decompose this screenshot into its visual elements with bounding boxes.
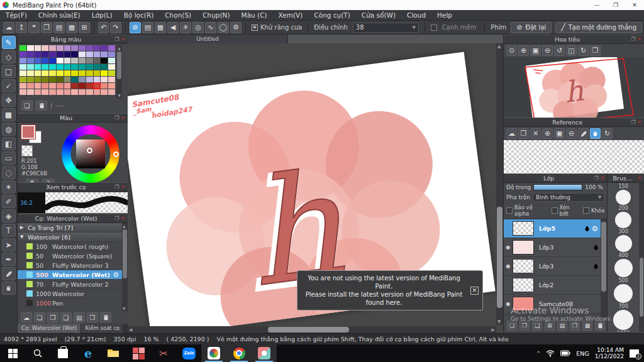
color-swatch[interactable]	[108, 58, 115, 63]
color-swatch[interactable]	[108, 64, 115, 70]
color-swatch[interactable]	[42, 58, 48, 63]
store-app-icon[interactable]	[50, 344, 75, 362]
color-swatch[interactable]	[79, 89, 86, 95]
close-panel-icon[interactable]: ✕	[121, 115, 125, 121]
brush-group[interactable]: ▶Cọ Trang Trí [7]	[18, 223, 128, 233]
color-swatch[interactable]	[49, 70, 56, 76]
canvas-tab[interactable]: Untitled	[128, 35, 288, 43]
color-swatch[interactable]	[19, 77, 26, 82]
color-swatch[interactable]	[101, 58, 108, 63]
menu-item-11[interactable]: Cloud	[401, 10, 431, 21]
color-swatch[interactable]	[79, 64, 86, 70]
color-swatch[interactable]	[35, 83, 42, 89]
rotate-right-icon[interactable]: ↻	[578, 45, 589, 56]
make-line-button[interactable]: ╱ Tạo một đường thẳng	[555, 22, 642, 33]
comment-icon[interactable]: ❝	[28, 22, 40, 33]
layer-settings-icon[interactable]: ⚙	[592, 224, 599, 233]
layer-visibility-icon[interactable]: ●	[504, 263, 513, 269]
color-swatch[interactable]	[19, 89, 26, 95]
canvas-hscrollbar[interactable]: ◀ ▶	[128, 326, 496, 333]
close-panel-icon[interactable]: ✕	[637, 36, 641, 42]
layers-scrollbar[interactable]	[601, 219, 607, 319]
color-swatch[interactable]	[42, 77, 48, 82]
layer-row[interactable]: ●Lớp3	[504, 238, 607, 257]
layer-visibility-icon[interactable]: ●	[504, 244, 513, 250]
fill-shape-tool[interactable]: ■	[2, 108, 16, 121]
color-swatch[interactable]	[101, 70, 108, 76]
color-swatch[interactable]	[19, 52, 26, 57]
brush-folder-button[interactable]: ▤	[74, 312, 85, 322]
menu-item-6[interactable]: Chụp(N)	[197, 10, 235, 21]
reference-canvas[interactable]	[504, 140, 644, 173]
move-tool[interactable]: ✥	[2, 94, 16, 107]
alpha-lock-checkbox[interactable]: ✕Bảo vệ alpha	[506, 204, 548, 217]
color-swatch[interactable]	[71, 58, 78, 63]
publish-icon[interactable]: ↥	[16, 22, 27, 33]
brush-item[interactable]: 50Watercolor (Square)	[18, 251, 128, 261]
ref-folder-open-icon[interactable]: ❒	[518, 128, 529, 139]
ref-cloud-open-icon[interactable]: ☁	[506, 128, 517, 139]
language-indicator[interactable]: ENG	[576, 350, 589, 357]
reset-view-icon[interactable]: ◫	[566, 45, 577, 56]
color-swatch[interactable]	[49, 58, 56, 63]
brush-size-circle[interactable]	[615, 212, 631, 228]
layer-row[interactable]: ●Samcute08	[504, 295, 607, 314]
rotate-left-icon[interactable]: ↺	[554, 45, 565, 56]
popout-icon[interactable]: ❐	[114, 36, 119, 42]
snap-off-icon[interactable]: ⊘	[130, 22, 141, 33]
color-swatch[interactable]	[94, 89, 101, 95]
color-swatch[interactable]	[86, 58, 93, 63]
dot-pen-tool[interactable]: ✓	[2, 79, 16, 92]
color-swatch[interactable]	[108, 45, 115, 51]
menu-item-8[interactable]: Xem(V)	[273, 10, 309, 21]
color-swatch[interactable]	[42, 70, 48, 76]
blend-mode-select[interactable]: Bình thường ▼	[533, 193, 604, 202]
ref-fit-icon[interactable]: ▣	[554, 128, 565, 139]
zoom-100-icon[interactable]: ⊙	[506, 45, 517, 56]
color-swatch[interactable]	[35, 52, 42, 57]
cloud-save-icon[interactable]: ☁	[3, 22, 14, 33]
color-swatch[interactable]	[79, 45, 86, 51]
brush-size-circle[interactable]	[614, 259, 633, 277]
color-swatch[interactable]	[108, 83, 115, 89]
brush-group[interactable]: ▼Watercolor [6]	[18, 233, 128, 242]
snap-ellipse-icon[interactable]: ◯	[218, 22, 229, 33]
color-swatch[interactable]	[57, 77, 64, 82]
color-swatch[interactable]	[71, 83, 78, 89]
tray-expand-icon[interactable]: ⌃	[536, 351, 541, 356]
delete-color-button[interactable]	[36, 101, 47, 111]
new-document-icon[interactable]: ▤	[53, 22, 65, 33]
color-swatch[interactable]	[108, 77, 115, 82]
ref-hand-icon[interactable]	[590, 128, 601, 139]
snap-radial-icon[interactable]: ✳	[180, 22, 191, 33]
color-swatch[interactable]	[71, 52, 78, 57]
menu-item-5[interactable]: Chọn(S)	[159, 10, 197, 21]
color-swatch[interactable]	[64, 77, 71, 82]
merge-layer-button[interactable]: ▦	[582, 321, 592, 331]
color-swatch[interactable]	[57, 64, 64, 70]
color-swatch[interactable]	[101, 83, 108, 89]
window-layout-icon[interactable]: ▦	[66, 22, 77, 33]
delete-brush-button[interactable]	[100, 312, 111, 322]
hue-marker[interactable]	[113, 151, 119, 157]
layer-visibility-icon[interactable]: ●	[504, 301, 513, 307]
color-swatch[interactable]	[27, 45, 34, 51]
color-swatch[interactable]	[35, 58, 42, 63]
color-swatch[interactable]	[35, 70, 42, 76]
color-swatch[interactable]	[94, 70, 101, 76]
color-swatch[interactable]	[27, 77, 34, 82]
color-swatch[interactable]	[86, 45, 93, 51]
foreground-color-swatch[interactable]	[21, 125, 35, 139]
color-swatch[interactable]	[101, 77, 108, 82]
menu-item-7[interactable]: Màu (C)	[236, 10, 273, 21]
zoom-in-icon[interactable]: ⊕	[518, 45, 529, 56]
color-swatch[interactable]	[101, 52, 108, 57]
color-swatch[interactable]	[19, 58, 26, 63]
close-panel-icon[interactable]: ✕	[637, 175, 641, 181]
color-swatch[interactable]	[79, 77, 86, 82]
undo-button[interactable]: ↶	[98, 22, 109, 33]
magic-wand-tool[interactable]: ✶	[2, 180, 16, 194]
operation-tool[interactable]: ➤	[2, 238, 16, 251]
color-swatch[interactable]	[64, 70, 71, 76]
color-swatch[interactable]	[64, 45, 71, 51]
